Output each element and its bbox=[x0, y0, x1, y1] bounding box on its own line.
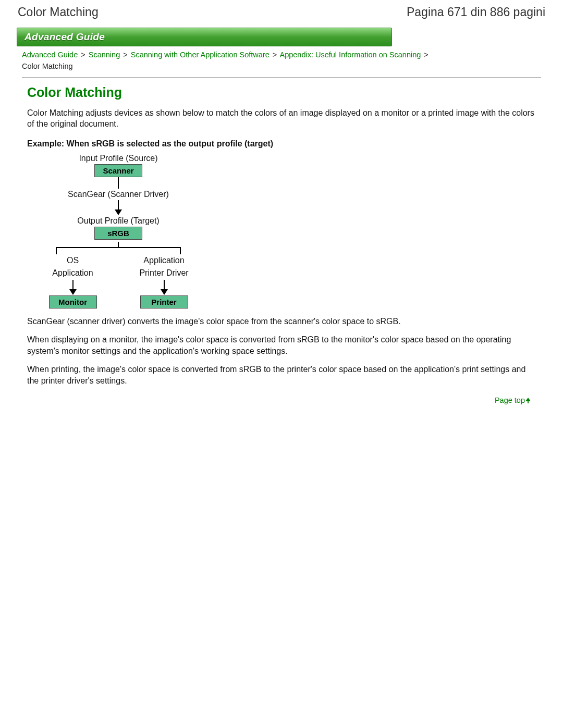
right-path: Application Printer Driver Printer bbox=[118, 254, 210, 309]
arrow-down-icon bbox=[27, 200, 210, 215]
breadcrumb-sep: > bbox=[123, 51, 127, 59]
divider bbox=[22, 77, 541, 78]
page-top-label: Page top bbox=[495, 396, 525, 404]
scangear-label: ScanGear (Scanner Driver) bbox=[27, 190, 210, 199]
breadcrumb-sep: > bbox=[273, 51, 277, 59]
application-label: Application bbox=[52, 268, 93, 278]
printer-driver-label: Printer Driver bbox=[139, 268, 188, 278]
example-heading: Example: When sRGB is selected as the ou… bbox=[27, 139, 536, 149]
top-title-left: Color Matching bbox=[18, 5, 99, 19]
page-title: Color Matching bbox=[27, 85, 536, 100]
body-paragraph-2: When displaying on a monitor, the image'… bbox=[27, 334, 536, 356]
top-title-right: Pagina 671 din 886 pagini bbox=[407, 5, 545, 19]
arrow-down-icon bbox=[69, 280, 77, 295]
connector-line bbox=[118, 177, 119, 189]
application-label-2: Application bbox=[143, 255, 184, 266]
os-label: OS bbox=[67, 255, 79, 266]
arrow-down-icon bbox=[161, 280, 168, 295]
body-paragraph-1: ScanGear (scanner driver) converts the i… bbox=[27, 316, 536, 327]
arrow-up-icon bbox=[525, 398, 531, 404]
scanner-box: Scanner bbox=[94, 164, 142, 177]
input-profile-label: Input Profile (Source) bbox=[27, 154, 210, 163]
body-paragraph-3: When printing, the image's color space i… bbox=[27, 364, 536, 386]
flow-diagram: Input Profile (Source) Scanner ScanGear … bbox=[27, 154, 210, 309]
breadcrumb-link-scanning[interactable]: Scanning bbox=[89, 51, 120, 59]
breadcrumb-current: Color Matching bbox=[22, 62, 73, 70]
top-bar: Color Matching Pagina 671 din 886 pagini bbox=[17, 5, 546, 19]
monitor-box: Monitor bbox=[49, 295, 97, 309]
output-profile-label: Output Profile (Target) bbox=[27, 216, 210, 226]
intro-paragraph: Color Matching adjusts devices as shown … bbox=[27, 107, 536, 130]
split-connector bbox=[56, 247, 181, 254]
section-banner: Advanced Guide bbox=[17, 28, 392, 46]
breadcrumb-sep: > bbox=[424, 51, 428, 59]
connector-line bbox=[118, 242, 119, 247]
breadcrumb-link-advanced-guide[interactable]: Advanced Guide bbox=[22, 51, 78, 59]
srgb-box: sRGB bbox=[94, 227, 142, 240]
breadcrumb: Advanced Guide > Scanning > Scanning wit… bbox=[17, 46, 546, 74]
breadcrumb-link-appendix[interactable]: Appendix: Useful Information on Scanning bbox=[279, 51, 421, 59]
breadcrumb-link-other-software[interactable]: Scanning with Other Application Software bbox=[131, 51, 270, 59]
printer-box: Printer bbox=[140, 295, 188, 309]
page-top-link[interactable]: Page top bbox=[495, 396, 531, 404]
breadcrumb-sep: > bbox=[81, 51, 85, 59]
left-path: OS Application Monitor bbox=[27, 254, 118, 309]
